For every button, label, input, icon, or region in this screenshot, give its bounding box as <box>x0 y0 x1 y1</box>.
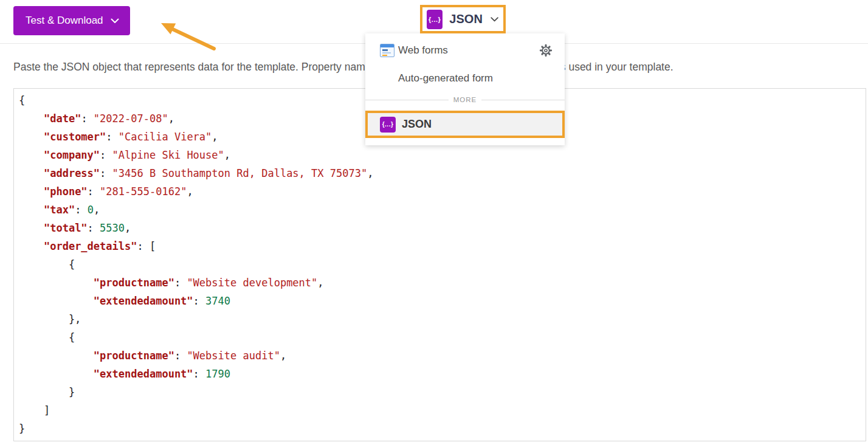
code-line: } <box>19 419 861 438</box>
web-forms-icon <box>380 44 394 57</box>
code-line: "company": "Alpine Ski House", <box>19 146 861 164</box>
menu-item-json[interactable]: {...} JSON <box>365 111 565 138</box>
chevron-down-icon <box>111 18 119 24</box>
json-format-icon: {...} <box>427 10 443 29</box>
code-line: "tax": 0, <box>19 201 861 219</box>
menu-item-web-forms[interactable]: Web forms <box>365 36 565 65</box>
code-line: "extendedamount": 3740 <box>19 292 861 310</box>
code-line: "phone": "281-555-0162", <box>19 182 861 201</box>
code-line: "extendedamount": 1790 <box>19 365 861 383</box>
code-line: "order_details": [ <box>19 237 861 255</box>
code-line: "productname": "Website audit", <box>19 347 861 365</box>
code-line: }, <box>19 310 861 328</box>
test-download-button[interactable]: Test & Download <box>13 6 130 35</box>
code-line: { <box>19 328 861 347</box>
page: Test & Download {...} JSON Web forms <box>0 0 868 445</box>
menu-item-label: JSON <box>402 118 432 131</box>
menu-item-label: Auto-generated form <box>398 72 493 85</box>
menu-section-more: MORE <box>365 93 565 106</box>
code-line: { <box>19 255 861 274</box>
code-line: "address": "3456 B Southampton Rd, Dalla… <box>19 164 861 182</box>
format-selector-label: JSON <box>449 12 482 26</box>
json-format-icon: {...} <box>380 117 396 133</box>
chevron-down-icon <box>491 16 498 22</box>
format-dropdown-menu: Web forms Auto-generated form <box>365 33 565 145</box>
test-download-label: Test & Download <box>26 15 103 27</box>
menu-item-auto-generated-form[interactable]: Auto-generated form <box>365 65 565 92</box>
gear-icon[interactable] <box>539 44 553 57</box>
menu-item-label: Web forms <box>398 44 448 57</box>
code-line: "total": 5530, <box>19 219 861 237</box>
code-line: "productname": "Website development", <box>19 274 861 292</box>
code-line: ] <box>19 401 861 419</box>
code-line: } <box>19 383 861 401</box>
data-format-selector[interactable]: {...} JSON <box>420 5 506 33</box>
menu-section-label: MORE <box>453 96 477 103</box>
annotation-arrow-icon <box>152 17 222 55</box>
